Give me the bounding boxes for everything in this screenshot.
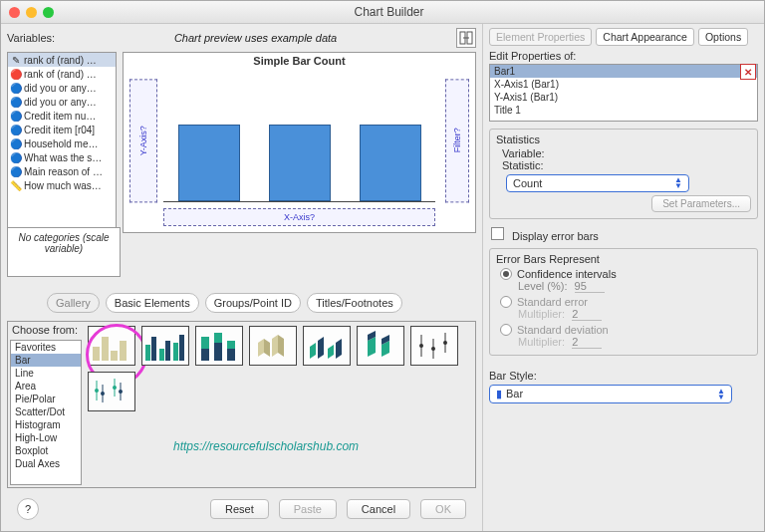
gallery-thumb-stacked-bar[interactable]	[195, 326, 243, 366]
help-button[interactable]: ?	[17, 498, 39, 520]
chart-type-list[interactable]: Favorites Bar Line Area Pie/Polar Scatte…	[10, 340, 82, 485]
variable-list[interactable]: ✎rank of (rand) … 🔴rank of (rand) … 🔵did…	[7, 52, 117, 233]
svg-marker-23	[318, 337, 324, 359]
cancel-button[interactable]: Cancel	[347, 499, 410, 519]
svg-rect-12	[201, 337, 209, 349]
gallery-thumb-3d-stacked[interactable]	[357, 326, 404, 366]
display-error-bars-checkbox[interactable]	[491, 227, 504, 240]
list-item[interactable]: Pie/Polar	[11, 393, 81, 405]
builder-tabs: Gallery Basic Elements Groups/Point ID T…	[47, 293, 476, 313]
multiplier2-input[interactable]: 2	[572, 336, 602, 349]
list-item[interactable]: 🔵Main reason of …	[8, 164, 116, 178]
statistics-header: Statistics	[496, 133, 751, 145]
delete-icon[interactable]: ✕	[740, 64, 756, 80]
paste-button[interactable]: Paste	[279, 499, 337, 519]
radio-standard-error[interactable]	[500, 296, 512, 308]
gallery-thumb-error-bar[interactable]	[410, 326, 458, 366]
list-item[interactable]: Dual Axes	[11, 457, 81, 470]
svg-rect-9	[165, 341, 170, 361]
radio-confidence-intervals[interactable]	[500, 268, 512, 280]
preview-note: Chart preview uses example data	[55, 32, 456, 44]
display-error-bars-label: Display error bars	[512, 230, 599, 242]
scale-icon: 📏	[10, 180, 21, 191]
svg-rect-7	[151, 337, 156, 361]
y-axis-dropzone[interactable]: Y-Axis?	[129, 79, 157, 202]
list-item[interactable]: Bar	[11, 354, 81, 367]
filter-dropzone[interactable]: Filter?	[445, 79, 469, 202]
list-item[interactable]: High-Low	[11, 431, 81, 444]
list-item[interactable]: Bar1	[490, 65, 757, 78]
svg-rect-17	[227, 349, 235, 361]
svg-point-31	[419, 344, 423, 348]
svg-rect-11	[179, 335, 184, 361]
gallery-thumb-3d-clustered[interactable]	[303, 326, 351, 366]
list-item[interactable]: 🔵Household me…	[8, 136, 116, 150]
list-item[interactable]: 🔵Credit item nu…	[8, 109, 116, 123]
tab-element-properties[interactable]: Element Properties	[489, 28, 592, 46]
svg-rect-2	[93, 347, 100, 361]
edit-properties-list[interactable]: Bar1 X-Axis1 (Bar1) Y-Axis1 (Bar1) Title…	[489, 64, 758, 122]
list-item[interactable]: 📏How much was…	[8, 178, 116, 192]
reset-button[interactable]: Reset	[210, 499, 269, 519]
titlebar: Chart Builder	[1, 1, 764, 24]
close-icon[interactable]	[9, 7, 20, 18]
svg-marker-25	[336, 339, 342, 359]
svg-marker-19	[264, 339, 270, 357]
gallery-thumb-simple-bar[interactable]	[88, 326, 135, 366]
gallery-thumb-3d-bar[interactable]	[249, 326, 297, 366]
variable-label: Variable:	[502, 147, 751, 159]
nominal-icon: 🔵	[10, 166, 21, 177]
list-item[interactable]: Line	[11, 367, 81, 380]
nominal-icon: 🔵	[10, 111, 21, 122]
list-item[interactable]: 🔵Credit item [r04]	[8, 123, 116, 136]
gallery-thumb-error-bar-grouped[interactable]	[88, 372, 135, 411]
list-item[interactable]: 🔵did you or any…	[8, 95, 116, 109]
svg-rect-14	[214, 333, 222, 343]
tab-chart-appearance[interactable]: Chart Appearance	[596, 28, 694, 46]
list-item[interactable]: 🔴rank of (rand) …	[8, 67, 116, 81]
ok-button[interactable]: OK	[420, 499, 466, 519]
list-item[interactable]: ✎rank of (rand) …	[8, 53, 116, 67]
bar-style-label: Bar Style:	[489, 370, 758, 382]
list-item[interactable]: Scatter/Dot	[11, 405, 81, 418]
bar-style-select[interactable]: ▮Bar ▲▼	[489, 385, 732, 403]
nominal-icon: 🔵	[10, 97, 21, 108]
tab-gallery[interactable]: Gallery	[47, 293, 100, 313]
nominal-icon: 🔵	[10, 152, 21, 163]
x-axis-dropzone[interactable]: X-Axis?	[163, 208, 435, 226]
list-item[interactable]: Histogram	[11, 418, 81, 431]
level-input[interactable]: 95	[575, 280, 605, 293]
tab-options[interactable]: Options	[698, 28, 748, 46]
svg-rect-10	[173, 343, 178, 361]
chevron-updown-icon: ▲▼	[674, 177, 682, 189]
tab-groups-point-id[interactable]: Groups/Point ID	[205, 293, 301, 313]
statistic-label: Statistic:	[502, 159, 751, 171]
error-bars-group: Error Bars Represent Confidence interval…	[489, 248, 758, 356]
tab-titles-footnotes[interactable]: Titles/Footnotes	[307, 293, 402, 313]
statistic-select[interactable]: Count ▲▼	[506, 174, 689, 192]
svg-point-43	[119, 390, 123, 394]
list-item[interactable]: Title 1	[490, 104, 757, 117]
multiplier-input[interactable]: 2	[572, 308, 602, 321]
svg-rect-16	[227, 341, 235, 349]
svg-marker-24	[328, 345, 334, 359]
no-categories-note: No categories (scale variable)	[7, 227, 121, 277]
radio-standard-deviation[interactable]	[500, 324, 512, 336]
set-parameters-button[interactable]: Set Parameters...	[651, 195, 751, 212]
swap-axes-icon[interactable]	[456, 28, 476, 48]
se-label: Standard error	[517, 296, 588, 308]
tab-basic-elements[interactable]: Basic Elements	[106, 293, 199, 313]
bar-icon	[178, 125, 240, 201]
window-title: Chart Builder	[22, 5, 756, 19]
list-item[interactable]: 🔵did you or any…	[8, 81, 116, 95]
list-item[interactable]: Favorites	[11, 341, 81, 354]
gallery-thumb-clustered-bar[interactable]	[141, 326, 189, 366]
svg-rect-13	[201, 349, 209, 361]
list-item[interactable]: Y-Axis1 (Bar1)	[490, 91, 757, 104]
chart-preview[interactable]: Simple Bar Count Y-Axis? Filter? X-Axis?	[123, 52, 476, 233]
list-item[interactable]: X-Axis1 (Bar1)	[490, 78, 757, 91]
list-item[interactable]: Boxplot	[11, 444, 81, 457]
chevron-updown-icon: ▲▼	[717, 389, 725, 400]
list-item[interactable]: Area	[11, 380, 81, 393]
list-item[interactable]: 🔵What was the s…	[8, 150, 116, 164]
